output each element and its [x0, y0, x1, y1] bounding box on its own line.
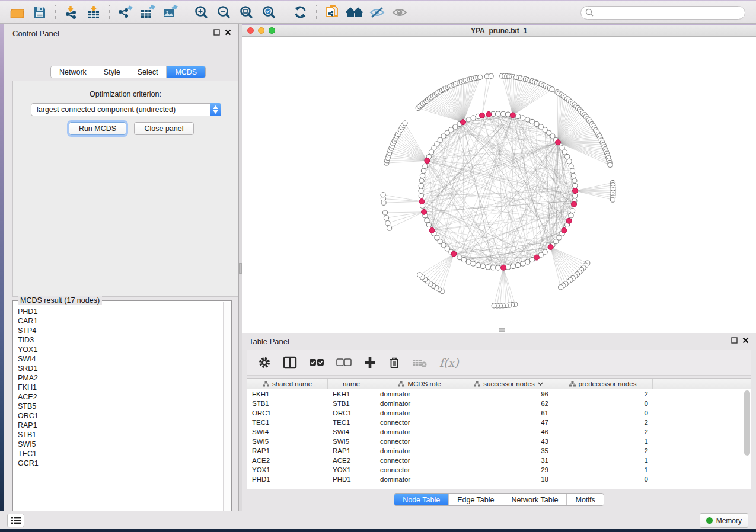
network-node[interactable]	[421, 168, 426, 173]
network-node[interactable]	[382, 210, 387, 215]
mcds-network-node[interactable]	[425, 158, 430, 164]
export-table-icon[interactable]	[136, 3, 159, 22]
tab-motifs[interactable]: Motifs	[567, 494, 603, 505]
network-node[interactable]	[506, 265, 511, 270]
network-node[interactable]	[570, 209, 575, 213]
network-node[interactable]	[381, 193, 385, 197]
network-node[interactable]	[573, 183, 578, 188]
table-row[interactable]: TEC1TEC1connector472	[247, 418, 751, 427]
network-node[interactable]	[500, 111, 505, 116]
network-node[interactable]	[610, 197, 615, 202]
network-node[interactable]	[570, 168, 575, 173]
add-column-icon[interactable]	[363, 356, 377, 369]
network-node[interactable]	[419, 188, 423, 193]
column-header-name[interactable]: name	[328, 379, 375, 389]
mcds-network-node[interactable]	[572, 201, 577, 207]
tab-mcds[interactable]: MCDS	[167, 66, 205, 78]
close-panel-icon[interactable]	[742, 337, 749, 344]
network-node[interactable]	[534, 121, 539, 126]
optimization-criterion-select[interactable]: largest connected component (undirected)	[31, 103, 221, 116]
mcds-result-item[interactable]: TEC1	[18, 449, 223, 459]
mcds-result-item[interactable]: RAP1	[18, 421, 223, 430]
first-neighbors-icon[interactable]	[321, 3, 343, 22]
network-node[interactable]	[419, 193, 423, 198]
tab-style[interactable]: Style	[95, 66, 129, 78]
network-node[interactable]	[511, 264, 515, 268]
tab-node-table[interactable]: Node Table	[394, 494, 449, 505]
network-node[interactable]	[516, 114, 521, 118]
mcds-network-node[interactable]	[573, 188, 578, 194]
network-node[interactable]	[426, 222, 431, 227]
network-node[interactable]	[496, 111, 500, 116]
mcds-network-node[interactable]	[534, 255, 540, 260]
mcds-result-item[interactable]: STB5	[18, 402, 223, 411]
zoom-in-icon[interactable]	[190, 3, 213, 22]
network-node[interactable]	[489, 73, 493, 78]
network-node[interactable]	[486, 265, 490, 270]
table-row[interactable]: SWI4SWI4dominator462	[247, 427, 751, 437]
tab-network[interactable]: Network	[51, 66, 95, 78]
refresh-layout-icon[interactable]	[289, 3, 312, 22]
network-node[interactable]	[608, 162, 613, 167]
column-header-shared-name[interactable]: shared name	[247, 379, 328, 389]
mcds-network-node[interactable]	[548, 245, 553, 250]
column-header-predecessor-nodes[interactable]: predecessor nodes	[553, 379, 653, 389]
network-node[interactable]	[429, 150, 433, 155]
network-node[interactable]	[476, 262, 480, 267]
save-icon[interactable]	[28, 3, 51, 22]
network-node[interactable]	[525, 117, 530, 122]
table-row[interactable]: ORC1ORC1dominator610	[247, 408, 751, 418]
network-node[interactable]	[420, 174, 425, 178]
table-row[interactable]: RAP1RAP1dominator352	[247, 446, 751, 456]
mcds-result-item[interactable]: SWI5	[18, 440, 223, 449]
column-selector-icon[interactable]	[283, 356, 297, 369]
zoom-selected-icon[interactable]	[258, 3, 280, 22]
network-node[interactable]	[384, 216, 388, 220]
mcds-network-node[interactable]	[429, 227, 435, 233]
mcds-network-node[interactable]	[479, 113, 484, 118]
network-node[interactable]	[419, 178, 424, 183]
network-node[interactable]	[516, 262, 521, 267]
network-node[interactable]	[457, 255, 462, 259]
network-graph[interactable]	[242, 37, 756, 333]
network-node[interactable]	[571, 174, 576, 178]
network-node[interactable]	[567, 159, 572, 164]
mcds-result-item[interactable]: CAR1	[18, 316, 223, 326]
deselect-all-checkboxes-icon[interactable]	[336, 357, 352, 368]
export-network-icon[interactable]	[114, 3, 136, 22]
close-panel-icon[interactable]	[225, 29, 231, 36]
mcds-result-item[interactable]: YOX1	[18, 345, 223, 354]
mcds-result-item[interactable]: SRD1	[18, 364, 223, 373]
import-table-icon[interactable]	[82, 3, 105, 22]
show-graphics-details-icon[interactable]	[388, 3, 411, 22]
mcds-network-node[interactable]	[510, 113, 515, 118]
network-node[interactable]	[564, 154, 569, 159]
network-node[interactable]	[471, 261, 476, 266]
table-row[interactable]: ACE2ACE2connector311	[247, 456, 751, 465]
network-node[interactable]	[471, 116, 476, 120]
hide-graphics-details-icon[interactable]	[366, 3, 388, 22]
mcds-network-node[interactable]	[451, 251, 457, 257]
float-panel-icon[interactable]	[213, 29, 220, 36]
search-input[interactable]	[580, 6, 745, 20]
network-node[interactable]	[506, 112, 511, 117]
mcds-network-node[interactable]	[556, 140, 561, 145]
delete-column-trash-icon[interactable]	[388, 356, 400, 369]
tab-edge-table[interactable]: Edge Table	[449, 494, 503, 505]
column-header-MCDS-role[interactable]: MCDS role	[375, 379, 464, 389]
network-node[interactable]	[525, 259, 530, 264]
table-row[interactable]: YOX1YOX1connector291	[247, 465, 751, 475]
network-node[interactable]	[461, 257, 466, 262]
network-node[interactable]	[569, 213, 573, 218]
tab-network-table[interactable]: Network Table	[503, 494, 567, 505]
mcds-result-item[interactable]: GCR1	[18, 459, 223, 468]
mcds-result-item[interactable]: ACE2	[18, 392, 223, 402]
open-folder-icon[interactable]	[6, 3, 28, 22]
mcds-result-item[interactable]: FKH1	[18, 383, 223, 392]
show-panel-list-button[interactable]	[7, 514, 24, 527]
network-node[interactable]	[559, 285, 563, 290]
zoom-fit-icon[interactable]	[235, 3, 258, 22]
network-node[interactable]	[453, 124, 458, 129]
float-panel-icon[interactable]	[731, 337, 738, 344]
column-header-successor-nodes[interactable]: successor nodes	[464, 379, 553, 389]
